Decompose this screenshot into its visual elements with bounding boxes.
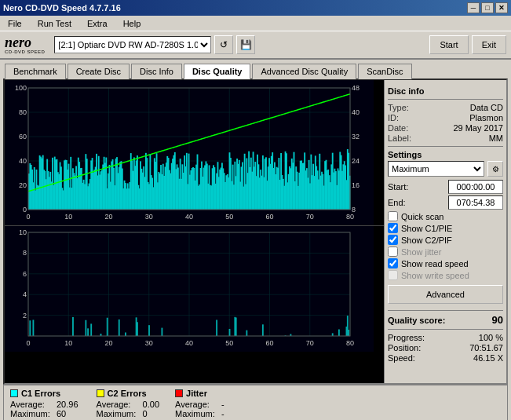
jitter-title-row: Jitter — [175, 389, 224, 398]
jitter-avg-label: Average: — [175, 400, 218, 409]
show-write-speed-checkbox — [388, 270, 398, 280]
minimize-button[interactable]: ─ — [467, 2, 480, 13]
drive-select[interactable]: [2:1] Optiarc DVD RW AD-7280S 1.01 — [54, 36, 211, 53]
disc-info-title: Disc info — [388, 86, 503, 96]
disc-date-value: 29 May 2017 — [453, 123, 503, 133]
tabs: Benchmark Create Disc Disc Info Disc Qua… — [0, 60, 511, 79]
show-jitter-row: Show jitter — [388, 247, 503, 257]
disc-id-row: ID: Plasmon — [388, 113, 503, 122]
show-write-speed-row: Show write speed — [388, 270, 503, 280]
advanced-button[interactable]: Advanced — [388, 285, 503, 304]
c1-stats: C1 Errors Average: 20.96 Maximum: 60 Tot… — [10, 389, 81, 420]
tab-disc-quality[interactable]: Disc Quality — [184, 64, 251, 79]
menu-help[interactable]: Help — [119, 17, 146, 30]
c2-title-row: C2 Errors — [97, 389, 159, 398]
disc-type-value: Data CD — [470, 103, 503, 112]
show-c1-row: Show C1/PIE — [388, 223, 503, 233]
quality-score-row: Quality score: 90 — [388, 314, 503, 326]
show-jitter-checkbox[interactable] — [388, 247, 398, 257]
tab-benchmark[interactable]: Benchmark — [5, 64, 66, 79]
progress-section: Progress: 100 % Position: 70:51.67 Speed… — [388, 333, 503, 363]
show-read-speed-row: Show read speed — [388, 258, 503, 268]
progress-row: Progress: 100 % — [388, 333, 503, 342]
menu-extra[interactable]: Extra — [82, 17, 112, 30]
c2-avg-row: Average: 0.00 — [97, 400, 159, 409]
c2-max-row: Maximum: 0 — [97, 409, 159, 418]
menu-bar: File Run Test Extra Help — [0, 16, 511, 31]
c2-title: C2 Errors — [108, 389, 147, 398]
tab-advanced-disc-quality[interactable]: Advanced Disc Quality — [252, 64, 356, 79]
c2-avg-label: Average: — [97, 400, 140, 409]
maximize-button[interactable]: □ — [481, 2, 494, 13]
quality-score-value: 90 — [492, 314, 503, 326]
disc-label-label: Label: — [388, 133, 411, 143]
quick-scan-label: Quick scan — [401, 212, 443, 221]
c1-title: C1 Errors — [21, 389, 60, 398]
c2-max-label: Maximum: — [97, 409, 140, 418]
jitter-max-label: Maximum: — [175, 409, 218, 418]
start-button[interactable]: Start — [429, 35, 468, 54]
divider-3 — [388, 310, 503, 311]
show-c1-label: Show C1/PIE — [401, 224, 452, 233]
tab-disc-info[interactable]: Disc Info — [131, 64, 182, 79]
right-panel: Disc info Type: Data CD ID: Plasmon Date… — [385, 80, 506, 383]
toolbar: nero CD-DVD SPEED [2:1] Optiarc DVD RW A… — [0, 31, 511, 60]
main-content: Disc info Type: Data CD ID: Plasmon Date… — [3, 79, 508, 385]
close-button[interactable]: ✕ — [495, 2, 508, 13]
c1-avg-label: Average: — [10, 400, 53, 409]
show-read-speed-checkbox[interactable] — [388, 258, 398, 268]
c1-max-row: Maximum: 60 — [10, 409, 81, 418]
settings-icon[interactable]: ⚙ — [487, 161, 503, 177]
disc-label-row: Label: MM — [388, 133, 503, 143]
jitter-avg-row: Average: - — [175, 400, 224, 409]
quick-scan-checkbox[interactable] — [388, 211, 398, 221]
position-label: Position: — [388, 343, 421, 352]
end-input[interactable] — [448, 195, 503, 210]
exit-button[interactable]: Exit — [472, 35, 506, 54]
tab-create-disc[interactable]: Create Disc — [68, 64, 130, 79]
save-icon[interactable]: 💾 — [236, 35, 255, 54]
nero-text: nero — [5, 35, 45, 49]
show-c2-row: Show C2/PIF — [388, 235, 503, 245]
start-time-row: Start: — [388, 180, 503, 194]
disc-id-value: Plasmon — [469, 113, 503, 122]
top-chart — [5, 80, 384, 226]
menu-file[interactable]: File — [3, 17, 27, 30]
speed-select[interactable]: Maximum — [388, 161, 484, 177]
bottom-chart — [5, 226, 384, 383]
show-write-speed-label: Show write speed — [401, 271, 469, 280]
title-bar-buttons: ─ □ ✕ — [467, 2, 508, 13]
disc-type-row: Type: Data CD — [388, 103, 503, 112]
tab-scan-disc[interactable]: ScanDisc — [358, 64, 411, 79]
speed-row: Speed: 46.15 X — [388, 353, 503, 363]
disc-id-label: ID: — [388, 113, 399, 122]
c2-max-value: 0 — [143, 409, 148, 418]
end-time-row: End: — [388, 195, 503, 210]
c2-color-box — [97, 389, 104, 397]
nero-subtitle: CD-DVD SPEED — [5, 49, 45, 54]
quick-scan-row: Quick scan — [388, 211, 503, 221]
position-row: Position: 70:51.67 — [388, 343, 503, 352]
end-label: End: — [388, 198, 406, 207]
start-input[interactable] — [448, 180, 503, 194]
settings-title: Settings — [388, 150, 503, 159]
disc-label-value: MM — [489, 133, 503, 143]
refresh-icon[interactable]: ↺ — [214, 35, 233, 54]
jitter-max-row: Maximum: - — [175, 409, 224, 418]
nero-logo: nero CD-DVD SPEED — [5, 35, 45, 54]
position-value: 70:51.67 — [469, 343, 503, 352]
show-read-speed-label: Show read speed — [401, 259, 469, 268]
disc-date-row: Date: 29 May 2017 — [388, 123, 503, 133]
progress-value: 100 % — [479, 333, 503, 342]
c2-stats: C2 Errors Average: 0.00 Maximum: 0 Total… — [97, 389, 159, 420]
c1-title-row: C1 Errors — [10, 389, 81, 398]
divider-1 — [388, 99, 503, 100]
disc-type-label: Type: — [388, 103, 409, 112]
c1-color-box — [10, 389, 18, 397]
title-bar: Nero CD-DVD Speed 4.7.7.16 ─ □ ✕ — [0, 0, 511, 16]
show-c1-checkbox[interactable] — [388, 223, 398, 233]
menu-run-test[interactable]: Run Test — [33, 17, 76, 30]
show-c2-checkbox[interactable] — [388, 235, 398, 245]
settings-speed-row: Maximum ⚙ — [388, 161, 503, 177]
c2-avg-value: 0.00 — [143, 400, 159, 409]
